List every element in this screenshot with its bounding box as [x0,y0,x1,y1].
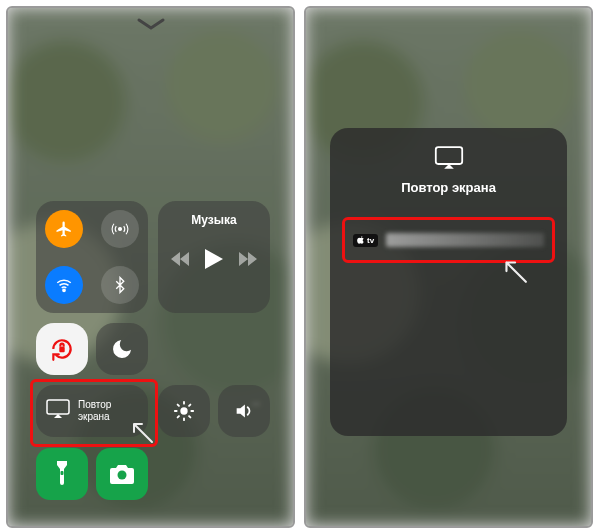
svg-rect-6 [61,471,64,475]
brightness-slider[interactable] [158,385,210,437]
orientation-lock-toggle[interactable] [36,323,88,375]
music-tile[interactable]: Музыка [158,201,270,313]
panel-title: Повтор экрана [330,180,567,195]
prev-track-icon[interactable] [171,252,189,270]
apple-tv-icon: tv [353,234,378,247]
svg-point-5 [180,407,187,414]
bluetooth-toggle[interactable] [101,266,139,304]
screen-mirroring-icon [46,399,70,423]
wifi-toggle[interactable] [45,266,83,304]
screen-mirroring-panel: Повтор экрана tv [330,128,567,436]
airplane-mode-toggle[interactable] [45,210,83,248]
camera-button[interactable] [96,448,148,500]
control-center-screenshot: Музыка Повтор экрана [6,6,295,528]
callout-arrow-icon [500,256,528,288]
cellular-data-toggle[interactable] [101,210,139,248]
device-name-redacted [386,233,544,247]
svg-rect-3 [59,347,64,352]
screen-mirroring-icon [330,146,567,174]
do-not-disturb-toggle[interactable] [96,323,148,375]
svg-point-1 [63,289,65,291]
connectivity-tile[interactable] [36,201,148,313]
volume-slider[interactable] [218,385,270,437]
flashlight-button[interactable] [36,448,88,500]
svg-point-7 [118,471,127,480]
callout-arrow-icon [128,418,154,448]
play-icon[interactable] [205,249,223,273]
music-label: Музыка [158,213,270,227]
chevron-down-icon [137,18,165,36]
svg-point-0 [119,228,122,231]
screen-mirroring-panel-screenshot: Повтор экрана tv [304,6,593,528]
svg-rect-8 [435,147,461,164]
next-track-icon[interactable] [239,252,257,270]
svg-rect-4 [47,400,69,414]
